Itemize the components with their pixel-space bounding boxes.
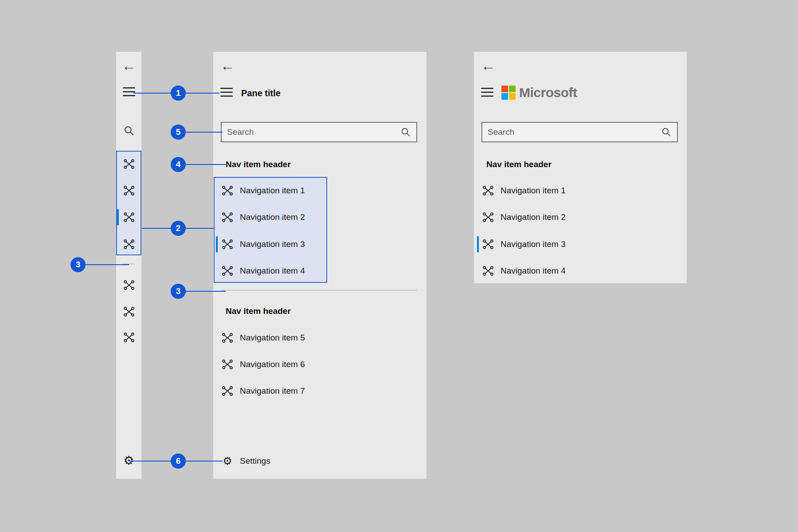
nav-item-label: Navigation item 1 bbox=[240, 186, 305, 196]
placeholder-icon bbox=[222, 211, 233, 223]
logo-square-green bbox=[509, 86, 516, 92]
navigation-view-redline-diagram: ← bbox=[0, 0, 798, 532]
placeholder-icon bbox=[222, 332, 233, 344]
nav-item-4[interactable]: Navigation item 4 bbox=[481, 259, 566, 282]
back-arrow-icon: ← bbox=[122, 59, 136, 73]
back-arrow-icon: ← bbox=[481, 59, 495, 73]
placeholder-icon bbox=[222, 185, 233, 196]
nav-item-3-selected[interactable]: Navigation item 3 bbox=[221, 233, 305, 256]
nav-item-1[interactable]: Navigation item 1 bbox=[221, 179, 305, 202]
nav-item-5[interactable]: Navigation item 5 bbox=[221, 326, 305, 349]
search-input[interactable] bbox=[222, 127, 400, 137]
collapsed-nav-pane: ← bbox=[116, 52, 141, 479]
nav-item-2[interactable]: Navigation item 2 bbox=[221, 206, 305, 229]
placeholder-icon bbox=[123, 332, 135, 343]
back-arrow-icon: ← bbox=[220, 59, 235, 73]
search-icon bbox=[123, 125, 135, 138]
nav-item-header-1: Nav item header bbox=[226, 156, 291, 172]
logo-square-yellow bbox=[509, 93, 516, 100]
settings-item[interactable]: ⚙ Settings bbox=[221, 450, 270, 473]
back-button[interactable]: ← bbox=[220, 58, 235, 73]
search-box[interactable] bbox=[481, 122, 678, 142]
microsoft-logo-icon bbox=[501, 86, 516, 100]
nav-item-7[interactable]: Navigation item 7 bbox=[221, 379, 305, 403]
nav-item-label: Navigation item 1 bbox=[501, 186, 566, 196]
selection-indicator bbox=[216, 236, 218, 252]
nav-item-label: Navigation item 5 bbox=[240, 333, 305, 343]
nav-item-header: Nav item header bbox=[486, 156, 552, 172]
callout-badge-5: 5 bbox=[171, 125, 186, 140]
nav-item-6[interactable]: Navigation item 6 bbox=[221, 353, 305, 376]
callout-badge-2: 2 bbox=[171, 221, 186, 236]
callout-number: 5 bbox=[176, 127, 181, 137]
placeholder-icon bbox=[222, 239, 233, 250]
search-icon bbox=[400, 127, 411, 137]
search-icon bbox=[661, 127, 672, 137]
nav-item-compact-1[interactable] bbox=[116, 158, 141, 170]
callout-badge-3b: 3 bbox=[171, 284, 186, 299]
placeholder-icon bbox=[482, 211, 494, 223]
placeholder-icon bbox=[482, 185, 494, 196]
nav-item-label: Navigation item 2 bbox=[240, 212, 305, 222]
menu-button[interactable] bbox=[220, 89, 233, 98]
nav-item-compact-7[interactable] bbox=[116, 332, 141, 343]
placeholder-icon bbox=[222, 265, 233, 277]
placeholder-icon bbox=[123, 211, 135, 223]
callout-badge-4: 4 bbox=[171, 157, 186, 172]
nav-item-compact-6[interactable] bbox=[116, 306, 141, 317]
nav-item-compact-3-selected[interactable] bbox=[116, 211, 141, 223]
hamburger-icon bbox=[220, 88, 233, 98]
pane-separator bbox=[221, 290, 417, 290]
nav-item-label: Navigation item 6 bbox=[240, 360, 305, 369]
brand-wordmark: Microsoft bbox=[519, 85, 577, 100]
logo-square-blue bbox=[501, 93, 508, 100]
callout-number: 2 bbox=[176, 223, 181, 233]
placeholder-icon bbox=[222, 359, 233, 370]
callout-badge-3a: 3 bbox=[70, 257, 86, 272]
placeholder-icon bbox=[123, 158, 135, 170]
callout-number: 3 bbox=[76, 260, 81, 270]
logo-square-red bbox=[501, 86, 508, 92]
callout-number: 3 bbox=[176, 286, 181, 296]
pane-title: Pane title bbox=[241, 87, 281, 99]
nav-item-label: Navigation item 3 bbox=[240, 239, 305, 249]
nav-item-compact-5[interactable] bbox=[116, 279, 141, 291]
nav-item-compact-2[interactable] bbox=[116, 185, 141, 196]
hamburger-icon bbox=[481, 88, 493, 98]
callout-badge-1: 1 bbox=[171, 86, 186, 101]
callout-line-3a bbox=[78, 264, 129, 265]
back-button[interactable]: ← bbox=[116, 58, 141, 73]
callout-number: 4 bbox=[176, 160, 181, 169]
nav-item-header-2: Nav item header bbox=[226, 303, 291, 319]
expanded-nav-pane: ← Pane title Nav item header Navigation … bbox=[213, 52, 426, 479]
placeholder-icon bbox=[482, 239, 494, 250]
nav-item-compact-4[interactable] bbox=[116, 239, 141, 250]
search-button[interactable] bbox=[116, 126, 141, 137]
nav-item-3-selected[interactable]: Navigation item 3 bbox=[481, 233, 566, 256]
placeholder-icon bbox=[123, 306, 135, 317]
nav-item-4[interactable]: Navigation item 4 bbox=[221, 259, 305, 282]
nav-item-label: Navigation item 3 bbox=[501, 239, 566, 249]
branded-nav-pane: ← Microsoft Nav item header Navigation i… bbox=[474, 52, 687, 283]
nav-item-label: Navigation item 4 bbox=[240, 266, 305, 276]
back-button[interactable]: ← bbox=[481, 58, 495, 73]
placeholder-icon bbox=[482, 265, 494, 277]
selection-indicator bbox=[477, 236, 479, 252]
placeholder-icon bbox=[123, 185, 135, 196]
search-box[interactable] bbox=[221, 122, 417, 142]
settings-label: Settings bbox=[240, 456, 270, 466]
placeholder-icon bbox=[123, 239, 135, 250]
nav-item-label: Navigation item 7 bbox=[240, 386, 305, 396]
settings-icon: ⚙ bbox=[222, 456, 233, 466]
callout-number: 6 bbox=[176, 456, 181, 466]
placeholder-icon bbox=[222, 385, 233, 397]
nav-item-2[interactable]: Navigation item 2 bbox=[481, 206, 566, 229]
nav-item-label: Navigation item 2 bbox=[501, 212, 566, 222]
callout-number: 1 bbox=[176, 88, 181, 98]
menu-button[interactable] bbox=[481, 89, 493, 98]
nav-item-1[interactable]: Navigation item 1 bbox=[481, 179, 566, 202]
placeholder-icon bbox=[123, 279, 135, 291]
nav-item-label: Navigation item 4 bbox=[501, 266, 566, 276]
callout-badge-6: 6 bbox=[171, 454, 186, 469]
search-input[interactable] bbox=[482, 127, 661, 137]
